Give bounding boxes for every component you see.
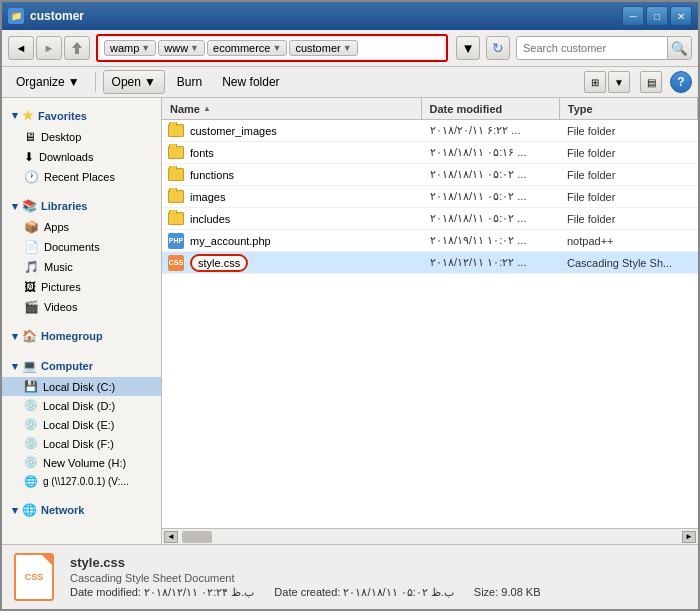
network-label: Network [41, 504, 84, 516]
table-row[interactable]: functions ۲۰۱۸/۱۸/۱۱ ۰۵:۰۲ ... File fold… [162, 164, 698, 186]
sidebar-item-local-e[interactable]: 💿 Local Disk (E:) [2, 415, 161, 434]
sidebar-item-apps[interactable]: 📦 Apps [2, 217, 161, 237]
homegroup-header[interactable]: ▾ 🏠 Homegroup [2, 325, 161, 347]
open-button[interactable]: Open ▼ [103, 70, 165, 94]
sidebar-item-videos[interactable]: 🎬 Videos [2, 297, 161, 317]
local-d-label: Local Disk (D:) [43, 400, 115, 412]
table-row[interactable]: images ۲۰۱۸/۱۸/۱۱ ۰۵:۰۲ ... File folder [162, 186, 698, 208]
favorites-header[interactable]: ▾ ★ Favorites [2, 104, 161, 127]
sidebar-item-music[interactable]: 🎵 Music [2, 257, 161, 277]
address-path-box[interactable]: wamp▼ www▼ ecommerce▼ customer▼ [100, 38, 444, 58]
date-created-label: Date created: [274, 586, 340, 598]
views-button[interactable]: ⊞ [584, 71, 606, 93]
sidebar-item-local-c[interactable]: 💾 Local Disk (C:) [2, 377, 161, 396]
new-folder-button[interactable]: New folder [214, 70, 287, 94]
music-icon: 🎵 [24, 260, 39, 274]
views-dropdown-button[interactable]: ▼ [608, 71, 630, 93]
file-date: ۲۰۱۸/۱۸/۱۱ ۰۵:۰۲ ... [424, 188, 561, 205]
close-button[interactable]: ✕ [670, 6, 692, 26]
recent-icon: 🕐 [24, 170, 39, 184]
file-type: File folder [561, 145, 698, 161]
pictures-label: Pictures [41, 281, 81, 293]
file-type: Cascading Style Sh... [561, 255, 698, 271]
help-button[interactable]: ? [670, 71, 692, 93]
table-row[interactable]: PHP my_account.php ۲۰۱۸/۱۹/۱۱ ۱۰:۰۲ ... … [162, 230, 698, 252]
preview-pane-button[interactable]: ▤ [640, 71, 662, 93]
col-date-header[interactable]: Date modified [422, 98, 560, 119]
file-name: fonts [190, 147, 214, 159]
hscroll-thumb[interactable] [182, 531, 212, 543]
local-c-label: Local Disk (C:) [43, 381, 115, 393]
path-customer[interactable]: customer▼ [289, 40, 357, 56]
computer-arrow: ▾ [12, 360, 18, 373]
new-volume-icon: 💿 [24, 456, 38, 469]
file-date: ۲۰۱۸/۱۲/۱۱ ۱۰:۲۲ ... [424, 254, 561, 271]
apps-icon: 📦 [24, 220, 39, 234]
back-icon: ◄ [16, 42, 27, 54]
libraries-header[interactable]: ▾ 📚 Libraries [2, 195, 161, 217]
file-name-cell: customer_images [162, 122, 424, 139]
homegroup-section: ▾ 🏠 Homegroup [2, 325, 161, 347]
col-name-label: Name [170, 103, 200, 115]
local-d-icon: 💿 [24, 399, 38, 412]
col-name-header[interactable]: Name ▲ [162, 98, 422, 119]
sidebar-item-recent[interactable]: 🕐 Recent Places [2, 167, 161, 187]
forward-button[interactable]: ► [36, 36, 62, 60]
recent-label: Recent Places [44, 171, 115, 183]
file-type: File folder [561, 167, 698, 183]
views-area: ⊞ ▼ ▤ ? [584, 71, 692, 93]
back-button[interactable]: ◄ [8, 36, 34, 60]
hscroll-left-button[interactable]: ◄ [164, 531, 178, 543]
burn-button[interactable]: Burn [169, 70, 210, 94]
libraries-label: Libraries [41, 200, 87, 212]
col-type-header[interactable]: Type [560, 98, 698, 119]
organize-button[interactable]: Organize ▼ [8, 70, 88, 94]
sidebar-item-new-volume[interactable]: 💿 New Volume (H:) [2, 453, 161, 472]
search-button[interactable]: 🔍 [667, 37, 691, 59]
table-row[interactable]: includes ۲۰۱۸/۱۸/۱۱ ۰۵:۰۲ ... File folde… [162, 208, 698, 230]
hscroll-right-button[interactable]: ► [682, 531, 696, 543]
minimize-button[interactable]: ─ [622, 6, 644, 26]
computer-header[interactable]: ▾ 💻 Computer [2, 355, 161, 377]
refresh-button[interactable]: ↻ [486, 36, 510, 60]
favorites-section: ▾ ★ Favorites 🖥 Desktop ⬇ Downloads 🕐 Re… [2, 104, 161, 187]
search-input[interactable] [517, 37, 667, 59]
table-row[interactable]: customer_images ۲۰۱۸/۲۰/۱۱ ۶:۲۲ ... File… [162, 120, 698, 142]
table-row-selected[interactable]: CSS style.css ۲۰۱۸/۱۲/۱۱ ۱۰:۲۲ ... Casca… [162, 252, 698, 274]
path-wamp[interactable]: wamp▼ [104, 40, 156, 56]
sidebar-item-network-g[interactable]: 🌐 g (\\127.0.0.1) (V:... [2, 472, 161, 491]
file-date: ۲۰۱۸/۱۸/۱۱ ۰۵:۰۲ ... [424, 166, 561, 183]
file-name-cell: includes [162, 210, 424, 227]
file-date: ۲۰۱۸/۲۰/۱۱ ۶:۲۲ ... [424, 122, 561, 139]
up-button[interactable] [64, 36, 90, 60]
sidebar-item-desktop[interactable]: 🖥 Desktop [2, 127, 161, 147]
favorites-star-icon: ★ [22, 108, 34, 123]
css-icon: CSS [168, 255, 184, 271]
address-dropdown-button[interactable]: ▼ [456, 36, 480, 60]
status-filename: style.css [70, 555, 541, 570]
open-label: Open [112, 75, 141, 89]
size-value: 9.08 KB [501, 586, 540, 598]
path-wamp-label: wamp [110, 42, 139, 54]
sidebar-item-local-f[interactable]: 💿 Local Disk (F:) [2, 434, 161, 453]
date-modified-value: ۲۰۱۸/۱۲/۱۱ ب.ظ ۰۲:۲۴ [144, 586, 254, 598]
table-row[interactable]: fonts ۲۰۱۸/۱۸/۱۱ ۰۵:۱۶ ... File folder [162, 142, 698, 164]
sidebar-item-pictures[interactable]: 🖼 Pictures [2, 277, 161, 297]
file-type: notpad++ [561, 233, 698, 249]
path-www[interactable]: www▼ [158, 40, 205, 56]
path-ecommerce[interactable]: ecommerce▼ [207, 40, 287, 56]
network-header[interactable]: ▾ 🌐 Network [2, 499, 161, 521]
status-file-icon-area: CSS [10, 553, 58, 601]
music-label: Music [44, 261, 73, 273]
maximize-button[interactable]: □ [646, 6, 668, 26]
downloads-icon: ⬇ [24, 150, 34, 164]
col-type-label: Type [568, 103, 593, 115]
sidebar-item-documents[interactable]: 📄 Documents [2, 237, 161, 257]
desktop-icon: 🖥 [24, 130, 36, 144]
sidebar-item-local-d[interactable]: 💿 Local Disk (D:) [2, 396, 161, 415]
computer-icon: 💻 [22, 359, 37, 373]
homegroup-icon: 🏠 [22, 329, 37, 343]
sidebar-item-downloads[interactable]: ⬇ Downloads [2, 147, 161, 167]
horizontal-scrollbar[interactable]: ◄ ► [162, 528, 698, 544]
favorites-label: Favorites [38, 110, 87, 122]
